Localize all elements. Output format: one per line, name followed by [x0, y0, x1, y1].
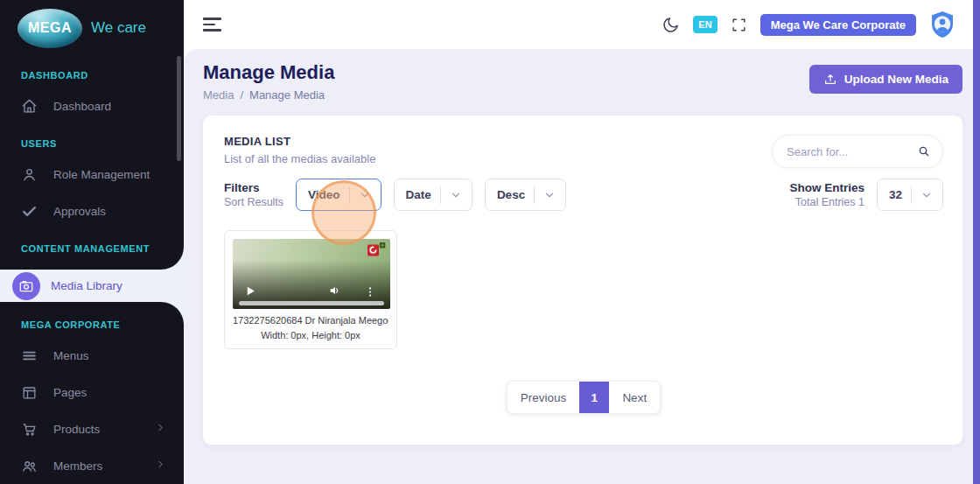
sidebar-item-label: Media Library: [51, 279, 122, 292]
video-options-icon[interactable]: [364, 285, 376, 298]
breadcrumb-separator: /: [240, 88, 243, 102]
brand-logo[interactable]: MEGA We care: [0, 0, 184, 56]
section-header-users: USERS: [0, 124, 184, 156]
navbar-right-cluster: EN Mega We Care Corporate: [662, 11, 956, 39]
breadcrumb-media[interactable]: Media: [203, 88, 234, 102]
entries-per-page-value: 32: [889, 188, 902, 201]
cart-icon: [21, 421, 38, 438]
sidebar-item-label: Pages: [53, 386, 87, 399]
pagination: Previous 1 Next: [507, 381, 661, 414]
search-icon[interactable]: [917, 144, 931, 158]
sidebar-scrollbar[interactable]: [177, 56, 181, 161]
pagination-previous[interactable]: Previous: [508, 382, 580, 413]
user-icon: [21, 166, 38, 183]
language-badge[interactable]: EN: [693, 16, 717, 33]
entries-per-page-select[interactable]: 32: [877, 179, 943, 211]
top-navbar: EN Mega We Care Corporate: [184, 0, 980, 49]
brand-tagline: We care: [91, 19, 146, 37]
chevron-down-icon: [920, 189, 933, 201]
video-progress-bar[interactable]: [239, 301, 384, 305]
mega-logo-text: MEGA: [28, 20, 72, 36]
sidebar-item-members[interactable]: Members: [0, 447, 184, 484]
menu-lines-icon: [21, 347, 38, 364]
sidebar-item-menus[interactable]: Menus: [0, 337, 184, 374]
sidebar-item-label: Role Management: [53, 168, 150, 181]
media-list-subtitle: List of all the medias available: [224, 152, 375, 165]
search-input[interactable]: [773, 145, 970, 158]
section-header-content-management: CONTENT MANAGEMENT: [0, 229, 184, 261]
people-icon: [21, 458, 38, 474]
sidebar-item-label: Approvals: [53, 205, 106, 218]
sidebar-item-label: Products: [53, 423, 100, 436]
pagination-page-1[interactable]: 1: [579, 382, 609, 413]
app-window: MEGA We care DASHBOARD Dashboard USERS R…: [0, 0, 980, 484]
volume-icon[interactable]: [328, 284, 342, 298]
media-type-select[interactable]: Video: [296, 179, 382, 211]
chevron-right-icon: [155, 459, 166, 473]
camera-icon: [12, 272, 40, 300]
sidebar-item-label: Dashboard: [53, 100, 111, 113]
sidebar-top-section: MEGA We care DASHBOARD Dashboard USERS R…: [0, 0, 184, 270]
page-scrollbar[interactable]: [973, 0, 980, 484]
main-area: EN Mega We Care Corporate M: [184, 0, 980, 484]
mega-logo-oval: MEGA: [18, 9, 82, 48]
chevron-down-icon: [543, 189, 556, 201]
sidebar-item-approvals[interactable]: Approvals: [0, 193, 184, 229]
sort-results-label: Sort Results: [224, 196, 284, 208]
breadcrumb: Media / Manage Media: [203, 88, 334, 102]
play-button[interactable]: [244, 284, 257, 298]
sidebar-item-label: Menus: [53, 349, 89, 362]
media-item-dimensions: Width: 0px, Height: 0px: [233, 330, 388, 343]
breadcrumb-current: Manage Media: [249, 88, 325, 102]
media-list-title: MEDIA LIST: [224, 135, 375, 148]
dark-mode-moon-icon[interactable]: [662, 16, 680, 34]
search-box: [772, 135, 943, 168]
section-header-dashboard: DASHBOARD: [0, 56, 184, 88]
sort-field-select[interactable]: Date: [394, 179, 472, 211]
show-entries-label: Show Entries: [789, 181, 864, 194]
chevron-right-icon: [155, 422, 166, 436]
sort-field-value: Date: [406, 188, 431, 201]
page-header: Manage Media Media / Manage Media Upload…: [203, 61, 962, 102]
chevron-down-icon: [450, 189, 462, 201]
upload-button-label: Upload New Media: [844, 73, 948, 86]
sidebar: MEGA We care DASHBOARD Dashboard USERS R…: [0, 0, 184, 484]
media-grid: 1732275620684 Dr Niranjala Meegodav Widt…: [224, 230, 943, 349]
chevron-down-icon: [359, 189, 371, 201]
sidebar-bottom-section: MEGA CORPORATE Menus Pages Products Memb…: [0, 302, 184, 484]
sidebar-item-dashboard[interactable]: Dashboard: [0, 88, 184, 124]
media-list-card: MEDIA LIST List of all the medias availa…: [203, 116, 962, 445]
sidebar-item-products[interactable]: Products: [0, 410, 184, 447]
media-type-value: Video: [308, 188, 340, 201]
check-icon: [21, 203, 38, 220]
layout-icon: [21, 384, 38, 401]
upload-new-media-button[interactable]: Upload New Media: [809, 65, 962, 94]
page-content: Manage Media Media / Manage Media Upload…: [184, 49, 980, 484]
media-item-card[interactable]: 1732275620684 Dr Niranjala Meegodav Widt…: [224, 230, 397, 349]
video-thumbnail: [233, 239, 390, 309]
page-title: Manage Media: [203, 61, 334, 84]
sidebar-item-pages[interactable]: Pages: [0, 374, 184, 410]
total-entries-label: Total Entries 1: [789, 196, 864, 208]
user-avatar[interactable]: [929, 11, 956, 39]
sidebar-item-label: Members: [53, 459, 102, 473]
fullscreen-icon[interactable]: [731, 17, 747, 33]
sort-order-value: Desc: [497, 188, 525, 201]
media-item-title: 1732275620684 Dr Niranjala Meegodav: [233, 315, 388, 326]
filters-label: Filters: [224, 181, 284, 194]
sidebar-item-role-management[interactable]: Role Management: [0, 156, 184, 193]
sort-order-select[interactable]: Desc: [485, 179, 566, 211]
sidebar-item-media-library[interactable]: Media Library: [0, 270, 184, 302]
upload-icon: [823, 73, 837, 87]
sidebar-toggle-button[interactable]: [203, 18, 221, 32]
home-icon: [21, 98, 38, 115]
pagination-next[interactable]: Next: [609, 382, 660, 413]
section-header-mega-corporate: MEGA CORPORATE: [0, 305, 184, 337]
channel-logo: [368, 242, 386, 256]
account-button[interactable]: Mega We Care Corporate: [760, 14, 916, 36]
